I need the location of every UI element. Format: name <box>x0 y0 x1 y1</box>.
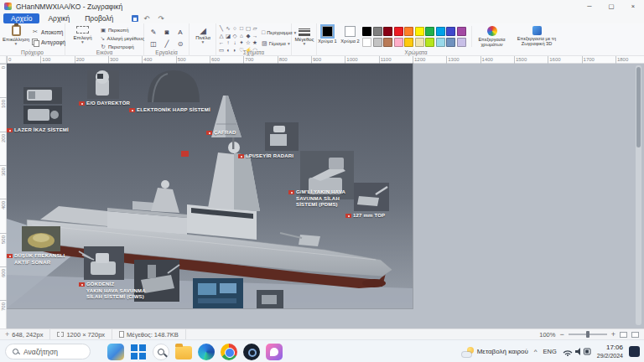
taskbar: Αναζήτηση Μεταβολή καιρού ^ ENG 17:06 29… <box>0 339 644 362</box>
shape-oval[interactable]: ○ <box>231 25 238 33</box>
minimize-button[interactable]: ─ <box>579 0 600 13</box>
ruler-tick: 1100 <box>379 56 380 64</box>
shape-hexagon[interactable]: ◆ <box>245 33 252 40</box>
taskbar-search[interactable]: Αναζήτηση <box>5 344 91 359</box>
equipment-label: G/M'Lİ YAKIN HAVASAVUNMA SİLAHSİSTEMİ (P… <box>288 189 345 209</box>
shape-pentagon[interactable]: ⌂ <box>238 33 245 40</box>
color2-selector[interactable]: Χρώμα 2 <box>340 26 361 44</box>
fill-tool[interactable]: ◙ <box>160 26 174 38</box>
paste-button[interactable]: Επικόλληση ▾ <box>3 25 29 50</box>
taskbar-app-search[interactable] <box>153 344 169 360</box>
maximize-button[interactable]: ▢ <box>600 0 622 13</box>
zoom-slider[interactable] <box>569 334 607 335</box>
zoom-in-button[interactable]: + <box>611 331 615 339</box>
taskbar-app-explorer[interactable] <box>175 346 192 359</box>
magnifier-tool[interactable]: ⊙ <box>174 38 187 49</box>
crop-button[interactable]: ▣ Περικοπή <box>100 26 144 34</box>
tray-status-icons[interactable] <box>563 347 591 356</box>
palette-color[interactable] <box>415 38 424 47</box>
file-size: Μέγεθος: 148.7KB <box>112 329 186 339</box>
color1-selector[interactable]: Χρώμα 1 <box>317 26 338 44</box>
taskbar-app-widgets[interactable] <box>107 344 124 360</box>
palette-color[interactable] <box>362 38 371 47</box>
shape-polygon[interactable]: ▱ <box>252 25 258 33</box>
palette-color[interactable] <box>415 27 424 36</box>
palette-color[interactable] <box>457 27 466 36</box>
palette-color[interactable] <box>457 38 466 47</box>
shape-rectangle[interactable]: □ <box>238 25 245 33</box>
taskbar-app-edge[interactable] <box>198 344 215 360</box>
outline-button[interactable]: □ Περίγραμμα ▾ <box>262 27 291 38</box>
palette-color[interactable] <box>362 27 371 36</box>
palette-color[interactable] <box>383 27 392 36</box>
palette-color[interactable] <box>383 38 392 47</box>
color1-swatch <box>322 26 333 37</box>
palette-color[interactable] <box>394 38 403 47</box>
close-button[interactable]: × <box>622 0 644 13</box>
palette-color[interactable] <box>436 38 445 47</box>
menu-file[interactable]: Αρχείο <box>3 13 39 23</box>
weather-widget[interactable]: Μεταβολή καιρού <box>462 347 528 357</box>
fill-button[interactable]: ▨ Γέμισμα ▾ <box>262 38 291 49</box>
copy-button[interactable]: Αντιγραφή <box>32 37 65 47</box>
select-button[interactable]: Επιλογή ▾ <box>67 26 98 44</box>
palette-color[interactable] <box>404 38 413 47</box>
palette-color[interactable] <box>394 27 403 36</box>
palette-color[interactable] <box>404 27 413 36</box>
palette-color[interactable] <box>425 27 434 36</box>
fit-to-window-icon[interactable] <box>620 332 627 338</box>
turkish-flag-icon <box>238 154 244 158</box>
shape-curve[interactable]: ∿ <box>225 25 231 33</box>
eraser-tool[interactable]: ◫ <box>147 38 160 49</box>
cut-button[interactable]: ✂ Αποκοπή <box>32 27 65 37</box>
shape-right-arrow[interactable]: → <box>252 33 258 40</box>
taskbar-app-paint[interactable] <box>266 344 283 360</box>
equipment-label: LAZER İKAZ SİSTEMİ <box>7 127 69 134</box>
size-button[interactable]: Μέγεθος ▾ <box>292 27 317 45</box>
shape-rounded-rectangle[interactable]: ▢ <box>245 25 252 33</box>
menu-view[interactable]: Προβολή <box>78 13 120 23</box>
notification-icon[interactable] <box>629 346 640 357</box>
palette-color[interactable] <box>446 38 455 47</box>
fullscreen-icon[interactable] <box>631 332 639 338</box>
paint3d-button[interactable]: Επεξεργασία με τη Ζωγραφική 3D <box>513 26 560 46</box>
palette-color[interactable] <box>373 38 382 47</box>
shape-down-arrow[interactable]: ↓ <box>231 39 238 47</box>
palette-color[interactable] <box>436 27 445 36</box>
shape-line[interactable]: ╲ <box>218 25 225 33</box>
chevron-down-icon: ▾ <box>202 40 205 44</box>
taskbar-clock[interactable]: 17:06 29/2/2024 <box>597 344 623 359</box>
palette-color[interactable] <box>425 38 434 47</box>
taskbar-app-steam[interactable] <box>243 344 260 360</box>
shape-five-point-star[interactable]: ☆ <box>245 39 252 47</box>
resize-button[interactable]: ↘ Αλλαγή μεγέθους <box>100 34 144 43</box>
canvas-image[interactable]: E/O DAYREKTÖRELEKTRONİK HARP SİSTEMİÇAFR… <box>7 64 413 308</box>
zoom-slider-thumb[interactable] <box>586 331 589 338</box>
shape-six-point-star[interactable]: ★ <box>252 39 258 47</box>
pencil-tool[interactable]: ✎ <box>147 26 160 38</box>
shape-four-point-star[interactable]: ✦ <box>238 39 245 47</box>
brushes-button[interactable]: ◢ Πινέλα ▾ <box>190 26 216 44</box>
taskbar-apps <box>107 343 283 360</box>
text-tool[interactable]: A <box>174 26 187 38</box>
palette-color[interactable] <box>373 27 382 36</box>
shape-left-arrow[interactable]: ← <box>218 39 225 47</box>
undo-icon[interactable]: ↶ <box>140 14 153 23</box>
save-icon[interactable] <box>132 15 138 22</box>
edit-colors-button[interactable]: Επεξεργασία χρωμάτων <box>471 26 510 47</box>
taskbar-app-chrome[interactable] <box>221 344 237 360</box>
zoom-out-button[interactable]: − <box>559 331 564 339</box>
shape-diamond[interactable]: ◇ <box>231 33 238 40</box>
shape-right-triangle[interactable]: ◪ <box>225 33 231 40</box>
shape-triangle[interactable]: △ <box>218 33 225 40</box>
palette-color[interactable] <box>446 27 455 36</box>
clock-time: 17:06 <box>597 344 623 352</box>
shape-up-arrow[interactable]: ↑ <box>225 39 231 47</box>
vertical-scrollbar[interactable] <box>636 65 641 325</box>
tray-expand-icon[interactable]: ^ <box>534 348 538 355</box>
redo-icon[interactable]: ↷ <box>154 14 167 23</box>
taskbar-app-start[interactable] <box>130 344 147 360</box>
menu-home[interactable]: Αρχική <box>41 13 76 23</box>
color-picker-tool[interactable]: ╱ <box>160 38 174 49</box>
language-indicator[interactable]: ENG <box>543 348 557 355</box>
